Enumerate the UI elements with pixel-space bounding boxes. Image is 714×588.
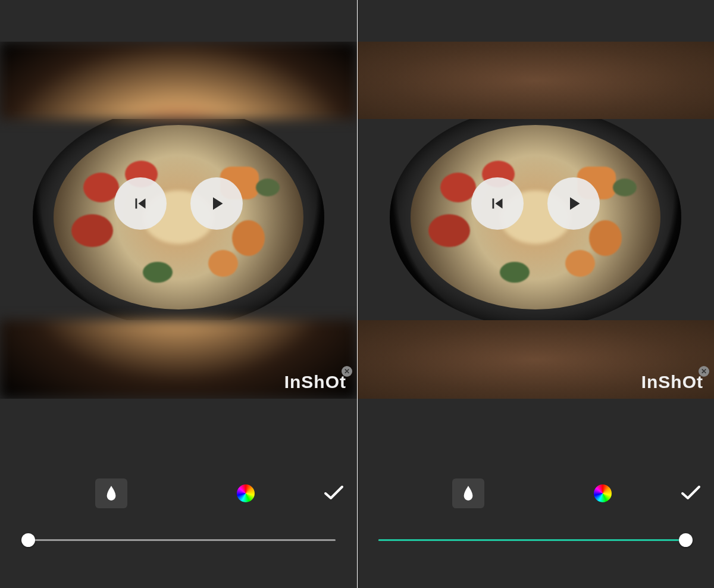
editor-pane-right: InShOt ✕ (357, 0, 714, 588)
pane-divider (357, 0, 358, 588)
slider-thumb[interactable] (679, 533, 693, 547)
close-icon[interactable]: ✕ (699, 366, 709, 377)
play-icon (563, 193, 584, 214)
blur-intensity-slider[interactable] (378, 533, 693, 548)
watermark-text: InShOt (641, 372, 703, 392)
blur-intensity-slider[interactable] (21, 533, 336, 548)
playback-controls (0, 177, 357, 230)
confirm-button[interactable] (324, 484, 344, 503)
slider-fill (378, 539, 684, 541)
slider-track (21, 539, 336, 541)
watermark-text: InShOt (284, 372, 346, 392)
checkmark-icon (324, 484, 344, 501)
watermark[interactable]: InShOt ✕ (641, 372, 703, 392)
play-button[interactable] (190, 177, 243, 230)
bottom-toolbar (357, 457, 714, 588)
color-fill-button[interactable] (237, 484, 255, 502)
skip-previous-icon (130, 193, 151, 214)
skip-previous-button[interactable] (471, 177, 524, 230)
close-icon[interactable]: ✕ (342, 366, 352, 377)
checkmark-icon (681, 484, 701, 501)
letterbox-top (0, 42, 357, 119)
water-drop-icon (105, 484, 118, 502)
slider-thumb[interactable] (21, 533, 35, 547)
play-icon (206, 193, 227, 214)
letterbox-top (357, 42, 714, 119)
play-button[interactable] (547, 177, 600, 230)
bottom-toolbar (0, 457, 357, 588)
blur-fill-button[interactable] (95, 478, 127, 508)
app-container: InShOt ✕ (0, 0, 714, 588)
skip-previous-icon (487, 193, 508, 214)
editor-pane-left: InShOt ✕ (0, 0, 357, 588)
playback-controls (357, 177, 714, 230)
skip-previous-button[interactable] (114, 177, 167, 230)
watermark[interactable]: InShOt ✕ (284, 372, 346, 392)
color-fill-button[interactable] (594, 484, 612, 502)
blur-fill-button[interactable] (452, 478, 484, 508)
water-drop-icon (462, 484, 475, 502)
confirm-button[interactable] (681, 484, 701, 503)
